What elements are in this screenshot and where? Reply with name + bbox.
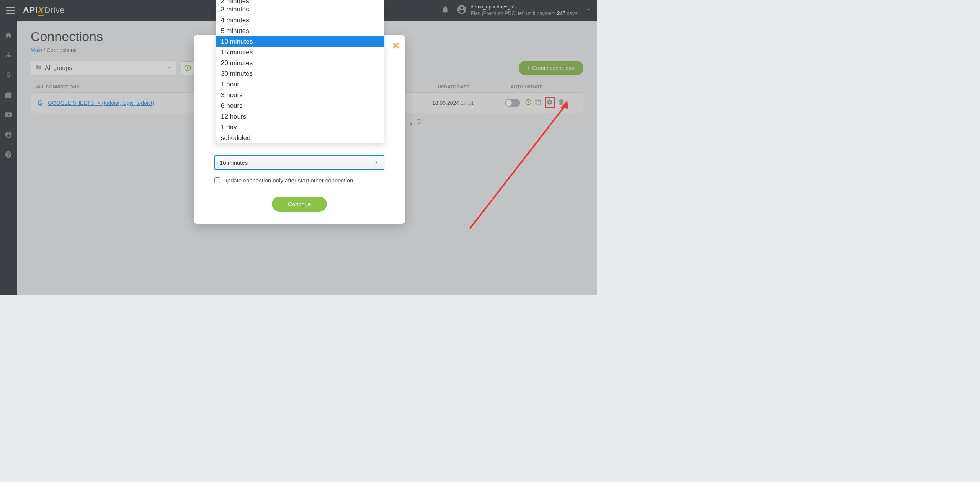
interval-select[interactable]: 10 minutes bbox=[214, 155, 384, 170]
dropdown-option[interactable]: 1 hour bbox=[216, 79, 384, 90]
dropdown-option[interactable]: 5 minutes bbox=[216, 26, 384, 36]
continue-button[interactable]: Continue bbox=[272, 197, 327, 212]
dropdown-option[interactable]: 2 minutes bbox=[216, 0, 384, 4]
dropdown-option[interactable]: 15 minutes bbox=[216, 47, 384, 58]
dropdown-option[interactable]: 20 minutes bbox=[216, 58, 384, 68]
dropdown-option[interactable]: 12 hours bbox=[216, 111, 384, 122]
dropdown-option[interactable]: 6 hours bbox=[216, 101, 384, 111]
only-after-start-checkbox[interactable] bbox=[214, 177, 220, 183]
dropdown-option[interactable]: 4 minutes bbox=[216, 15, 384, 26]
dropdown-option[interactable]: 1 day bbox=[216, 122, 384, 133]
checkbox-row[interactable]: Update connection only after start other… bbox=[214, 177, 384, 184]
checkbox-label: Update connection only after start other… bbox=[223, 177, 353, 184]
dropdown-option[interactable]: 10 minutes bbox=[216, 36, 384, 47]
close-icon[interactable]: ✕ bbox=[392, 41, 400, 51]
dropdown-option[interactable]: 30 minutes bbox=[216, 68, 384, 79]
dropdown-option[interactable]: scheduled bbox=[216, 133, 384, 143]
dropdown-option[interactable]: 3 hours bbox=[216, 90, 384, 101]
interval-select-value: 10 minutes bbox=[220, 160, 248, 166]
interval-dropdown[interactable]: 2 minutes3 minutes4 minutes5 minutes10 m… bbox=[216, 0, 384, 143]
dropdown-option[interactable]: 3 minutes bbox=[216, 4, 384, 15]
chevron-down-icon bbox=[374, 160, 379, 166]
